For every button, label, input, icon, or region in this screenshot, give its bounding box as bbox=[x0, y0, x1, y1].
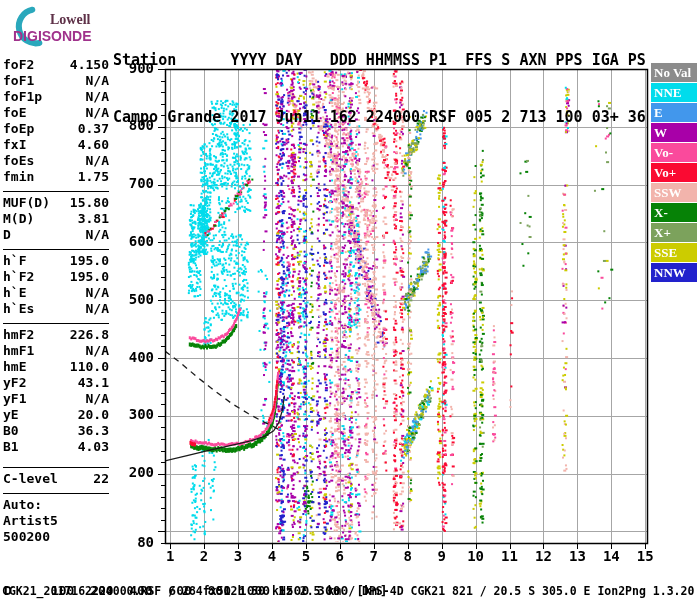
status-line: CGK21_2017162224000.RSF / 284fx512h 50 k… bbox=[2, 584, 694, 598]
param-label: foEs bbox=[3, 153, 34, 169]
param-label: Auto: bbox=[3, 497, 42, 513]
param-row-hmf1: hmF1N/A bbox=[3, 343, 109, 359]
legend-item-w: W bbox=[651, 123, 697, 142]
param-value: N/A bbox=[86, 391, 109, 407]
logo-lowell-text: Lowell bbox=[50, 12, 90, 28]
param-label: foEp bbox=[3, 121, 34, 137]
param-row-foe: foEN/A bbox=[3, 105, 109, 121]
param-value: 43.1 bbox=[78, 375, 109, 391]
scaled-parameters-panel: foF24.150foF1N/AfoF1pN/AfoEN/AfoEp0.37fx… bbox=[3, 57, 109, 548]
param-value: N/A bbox=[86, 89, 109, 105]
param-label: fxI bbox=[3, 137, 26, 153]
legend-item-sse: SSE bbox=[651, 243, 697, 262]
param-label: MUF(D) bbox=[3, 195, 50, 211]
param-row-foes: foEsN/A bbox=[3, 153, 109, 169]
param-value: 110.0 bbox=[70, 359, 109, 375]
param-label: M(D) bbox=[3, 211, 34, 227]
param-label: fmin bbox=[3, 169, 34, 185]
legend-item-x+: X+ bbox=[651, 223, 697, 242]
param-label: foF1p bbox=[3, 89, 42, 105]
legend-item-noval: No Val bbox=[651, 63, 697, 82]
param-row-foep: foEp0.37 bbox=[3, 121, 109, 137]
param-label: h`Es bbox=[3, 301, 34, 317]
param-row-hme: hmE110.0 bbox=[3, 359, 109, 375]
param-value: 20.0 bbox=[78, 407, 109, 423]
param-value: 226.8 bbox=[70, 327, 109, 343]
param-row-fof1p: foF1pN/A bbox=[3, 89, 109, 105]
param-label: foE bbox=[3, 105, 26, 121]
param-value: 36.3 bbox=[78, 423, 109, 439]
legend-item-ssw: SSW bbox=[651, 183, 697, 202]
param-label: h`F bbox=[3, 253, 26, 269]
param-row-yf2: yF243.1 bbox=[3, 375, 109, 391]
measurement-header: Station YYYY DAY DDD HHMMSS P1 FFS S AXN… bbox=[113, 13, 646, 165]
param-label: Artist5 bbox=[3, 513, 58, 529]
param-label: h`E bbox=[3, 285, 26, 301]
param-row-fof1: foF1N/A bbox=[3, 73, 109, 89]
param-value: 4.03 bbox=[78, 439, 109, 455]
echo-status-legend: No ValNNEEWVo-Vo+SSWX-X+SSENNW bbox=[651, 63, 697, 283]
param-value: 195.0 bbox=[70, 253, 109, 269]
param-label: D bbox=[3, 227, 11, 243]
param-label: 500200 bbox=[3, 529, 50, 545]
legend-item-nne: NNE bbox=[651, 83, 697, 102]
param-row-he: h`EN/A bbox=[3, 285, 109, 301]
param-row-fxi: fxI4.60 bbox=[3, 137, 109, 153]
param-label: hmE bbox=[3, 359, 26, 375]
param-row-md: M(D)3.81 bbox=[3, 211, 109, 227]
param-value: N/A bbox=[86, 73, 109, 89]
param-group: hmF2226.8hmF1N/AhmE110.0yF243.1yF1N/AyE2… bbox=[3, 323, 109, 458]
param-row-hf2: h`F2195.0 bbox=[3, 269, 109, 285]
param-group: C-level22 bbox=[3, 467, 109, 490]
param-value: 3.81 bbox=[78, 211, 109, 227]
param-row-hf: h`F195.0 bbox=[3, 253, 109, 269]
param-value: N/A bbox=[86, 343, 109, 359]
param-label: yF2 bbox=[3, 375, 26, 391]
param-value: 195.0 bbox=[70, 269, 109, 285]
param-label: foF1 bbox=[3, 73, 34, 89]
param-row-ye: yE20.0 bbox=[3, 407, 109, 423]
param-row-fof2: foF24.150 bbox=[3, 57, 109, 73]
ionogram-screen: Lowell DIGISONDE Station YYYY DAY DDD HH… bbox=[0, 0, 700, 600]
param-value: N/A bbox=[86, 285, 109, 301]
param-value: 0.37 bbox=[78, 121, 109, 137]
legend-item-vo-: Vo- bbox=[651, 143, 697, 162]
logo-digisonde-text: DIGISONDE bbox=[13, 28, 92, 44]
param-value: N/A bbox=[86, 227, 109, 243]
param-row-hes: h`EsN/A bbox=[3, 301, 109, 317]
param-row-hmf2: hmF2226.8 bbox=[3, 327, 109, 343]
param-label: yF1 bbox=[3, 391, 26, 407]
param-label: B1 bbox=[3, 439, 19, 455]
param-row-b1: B14.03 bbox=[3, 439, 109, 455]
param-value: 1.75 bbox=[78, 169, 109, 185]
param-row-b0: B036.3 bbox=[3, 423, 109, 439]
param-row-auto: Auto: bbox=[3, 497, 109, 513]
param-group: Auto:Artist5500200 bbox=[3, 493, 109, 548]
param-value: N/A bbox=[86, 153, 109, 169]
param-value: 4.60 bbox=[78, 137, 109, 153]
param-label: h`F2 bbox=[3, 269, 34, 285]
param-row-500200: 500200 bbox=[3, 529, 109, 545]
param-row-fmin: fmin1.75 bbox=[3, 169, 109, 185]
param-group: foF24.150foF1N/AfoF1pN/AfoEN/AfoEp0.37fx… bbox=[3, 57, 109, 188]
param-row-artist5: Artist5 bbox=[3, 513, 109, 529]
param-value: N/A bbox=[86, 105, 109, 121]
param-value: 22 bbox=[93, 471, 109, 487]
param-value: N/A bbox=[86, 301, 109, 317]
param-row-d: DN/A bbox=[3, 227, 109, 243]
param-label: B0 bbox=[3, 423, 19, 439]
param-label: hmF1 bbox=[3, 343, 34, 359]
param-row-clevel: C-level22 bbox=[3, 471, 109, 487]
header-field-values: Campo Grande 2017 Jun11 162 224000 RSF 0… bbox=[113, 108, 646, 127]
param-value: 15.80 bbox=[70, 195, 109, 211]
param-label: foF2 bbox=[3, 57, 34, 73]
param-value: 4.150 bbox=[70, 57, 109, 73]
param-group: MUF(D)15.80M(D)3.81DN/A bbox=[3, 191, 109, 246]
legend-item-vo+: Vo+ bbox=[651, 163, 697, 182]
lowell-digisonde-logo: Lowell DIGISONDE bbox=[6, 6, 110, 50]
legend-item-x-: X- bbox=[651, 203, 697, 222]
legend-item-e: E bbox=[651, 103, 697, 122]
param-row-mufd: MUF(D)15.80 bbox=[3, 195, 109, 211]
param-row-yf1: yF1N/A bbox=[3, 391, 109, 407]
param-group: h`F195.0h`F2195.0h`EN/Ah`EsN/A bbox=[3, 249, 109, 320]
